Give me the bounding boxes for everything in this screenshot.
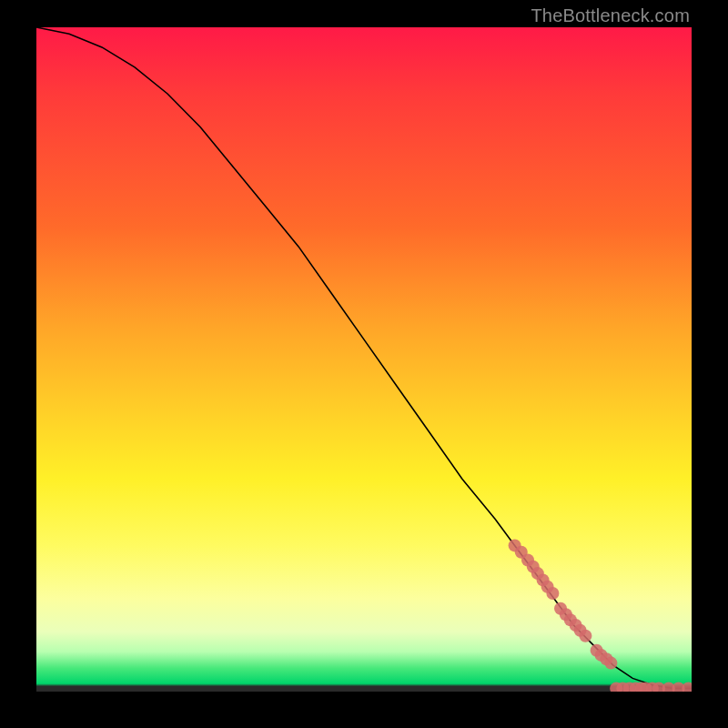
marker-cluster-d bbox=[635, 682, 648, 692]
marker-cluster-d bbox=[610, 682, 622, 692]
marker-cluster-d bbox=[682, 682, 692, 692]
marker-cluster-d bbox=[652, 682, 665, 692]
marker-cluster-a bbox=[521, 554, 534, 567]
bottleneck-curve bbox=[36, 27, 692, 688]
marker-cluster-c bbox=[591, 644, 603, 657]
plot-area bbox=[36, 27, 692, 692]
marker-cluster-d bbox=[640, 682, 652, 692]
marker-cluster-a bbox=[546, 587, 559, 600]
marker-cluster-c bbox=[595, 649, 608, 662]
marker-cluster-a bbox=[515, 546, 528, 559]
marker-cluster-d bbox=[646, 682, 659, 692]
marker-cluster-b bbox=[554, 602, 567, 615]
chart-canvas: TheBottleneck.com bbox=[0, 0, 728, 728]
marker-cluster-a bbox=[531, 567, 544, 580]
marker-cluster-d bbox=[623, 682, 636, 692]
marker-cluster-a bbox=[509, 539, 521, 551]
marker-cluster-d bbox=[662, 682, 675, 692]
chart-overlay bbox=[36, 27, 692, 692]
attribution-label: TheBottleneck.com bbox=[531, 5, 690, 26]
marker-cluster-a bbox=[527, 561, 540, 573]
marker-cluster-c bbox=[600, 652, 612, 665]
marker-cluster-c bbox=[604, 657, 617, 670]
scatter-markers bbox=[509, 539, 692, 692]
marker-cluster-b bbox=[560, 608, 572, 621]
marker-cluster-d bbox=[630, 682, 642, 692]
marker-cluster-a bbox=[537, 573, 550, 586]
marker-cluster-d bbox=[616, 682, 629, 692]
marker-cluster-b bbox=[570, 619, 582, 632]
marker-cluster-d bbox=[672, 682, 685, 692]
marker-cluster-b bbox=[574, 624, 587, 637]
marker-cluster-a bbox=[541, 581, 554, 593]
marker-cluster-b bbox=[579, 630, 592, 642]
marker-cluster-b bbox=[564, 613, 577, 626]
